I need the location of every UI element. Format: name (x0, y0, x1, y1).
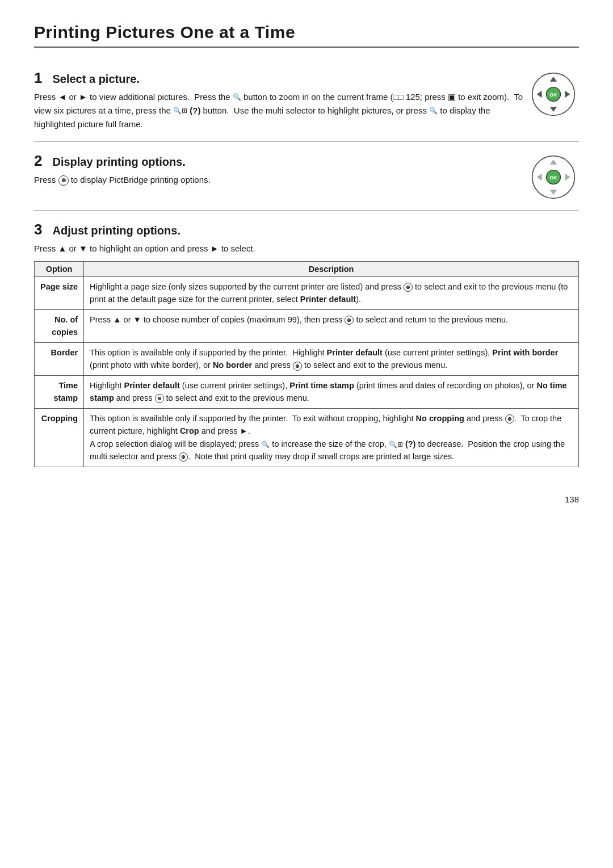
options-table: Option Description Page size Highlight a… (34, 261, 579, 467)
svg-marker-11 (565, 174, 570, 181)
section-2: 2 Display printing options. Press ⊛ to d… (34, 142, 579, 211)
section-1-title: Select a picture. (52, 73, 139, 86)
section-3-title: Adjust printing options. (52, 224, 180, 237)
desc-timestamp: Highlight Printer default (use current p… (84, 375, 579, 408)
section-1-image: OK (528, 72, 579, 117)
option-pagesize: Page size (35, 277, 84, 310)
table-row: No. ofcopies Press ▲ or ▼ to choose numb… (35, 309, 579, 342)
table-header-description: Description (84, 262, 579, 277)
table-row: Cropping This option is available only i… (35, 408, 579, 467)
section-2-title: Display printing options. (52, 156, 185, 169)
section-3: 3 Adjust printing options. Press ▲ or ▼ … (34, 211, 579, 477)
svg-marker-10 (537, 174, 542, 181)
desc-copies: Press ▲ or ▼ to choose number of copies … (84, 309, 579, 342)
section-1-number: 1 (34, 69, 42, 87)
option-border: Border (35, 342, 84, 375)
svg-marker-3 (537, 91, 542, 98)
desc-border: This option is available only if support… (84, 342, 579, 375)
section-3-body: Press ▲ or ▼ to highlight an option and … (34, 242, 579, 255)
table-row: Page size Highlight a page size (only si… (35, 277, 579, 310)
section-3-number: 3 (34, 221, 42, 238)
desc-cropping: This option is available only if support… (84, 408, 579, 467)
page-number: 138 (34, 494, 579, 504)
table-row: Border This option is available only if … (35, 342, 579, 375)
desc-pagesize: Highlight a page size (only sizes suppor… (84, 277, 579, 310)
svg-marker-4 (565, 91, 570, 98)
svg-marker-5 (550, 77, 557, 82)
svg-marker-12 (550, 160, 557, 165)
section-2-image: OK (528, 154, 579, 200)
option-cropping: Cropping (35, 408, 84, 467)
section-2-body: Press ⊛ to display PictBridge printing o… (34, 173, 528, 187)
option-copies: No. ofcopies (35, 309, 84, 342)
section-1-body: Press ◄ or ► to view additional pictures… (34, 90, 528, 131)
page-title: Printing Pictures One at a Time (34, 23, 579, 48)
option-timestamp: Timestamp (35, 375, 84, 408)
svg-text:OK: OK (549, 175, 557, 181)
svg-marker-6 (550, 107, 557, 112)
svg-text:OK: OK (549, 92, 557, 98)
table-header-option: Option (35, 262, 84, 277)
section-2-number: 2 (34, 152, 42, 170)
table-row: Timestamp Highlight Printer default (use… (35, 375, 579, 408)
section-1: 1 Select a picture. Press ◄ or ► to view… (34, 59, 579, 142)
svg-marker-13 (550, 190, 557, 195)
